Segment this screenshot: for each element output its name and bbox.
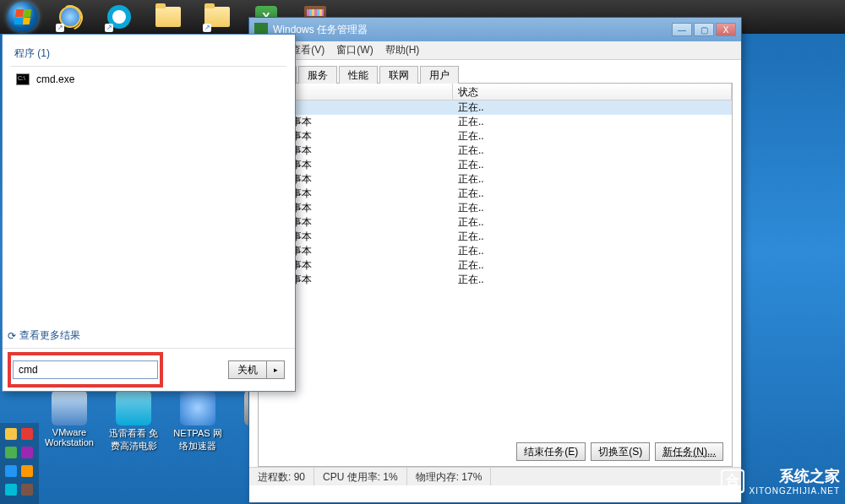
divider [3,348,295,349]
status-bar: 进程数: 90 CPU 使用率: 1% 物理内存: 17% [249,467,741,485]
taskbar-ie[interactable]: ↗ [46,0,95,34]
shutdown-button[interactable]: 关机 [228,360,266,379]
shutdown-options[interactable]: ▸ [266,360,285,379]
result-label: cmd.exe [36,73,74,85]
taskbar-folder[interactable]: ↗ [193,0,242,34]
system-tray[interactable] [0,423,39,504]
menu-help[interactable]: 帮助(H) [385,43,420,57]
new-task-button[interactable]: 新任务(N)... [655,442,723,461]
table-row[interactable]: 题 - 记事本正在.. [259,129,732,144]
status-cpu: CPU 使用率: 1% [314,468,407,485]
programs-header: 程序 (1) [11,41,286,64]
cmd-icon [16,73,30,85]
cell-status: 正在.. [453,144,732,158]
cell-status: 正在.. [453,258,732,273]
table-row[interactable]: 题 - 记事本正在.. [259,244,732,258]
watermark: 合 系统之家 XITONGZHIJIA.NET [721,466,841,496]
minimize-button[interactable]: — [672,23,692,36]
folder-icon [155,7,181,27]
menubar: 项(O) 查看(V) 窗口(W) 帮助(H) [249,41,741,60]
table-row[interactable]: 题 - 记事本正在.. [259,215,732,230]
taskbar-browser[interactable]: ↗ [95,0,144,34]
titlebar[interactable]: Windows 任务管理器 — ▢ X [249,18,741,41]
watermark-icon: 合 [721,469,744,493]
maximize-button[interactable]: ▢ [694,23,714,36]
cell-status: 正在.. [453,187,732,201]
status-memory: 物理内存: 17% [407,468,492,485]
task-list: 状态 25 秒正在..题 - 记事本正在..题 - 记事本正在..题 - 记事本… [258,84,733,467]
task-manager-window: Windows 任务管理器 — ▢ X 项(O) 查看(V) 窗口(W) 帮助(… [248,17,742,503]
start-button[interactable] [0,0,46,34]
table-row[interactable]: 题 - 记事本正在.. [259,158,732,172]
table-row[interactable]: 题 - 记事本正在.. [259,273,732,287]
status-processes: 进程数: 90 [249,468,314,485]
search-input[interactable] [13,360,158,379]
cell-status: 正在.. [453,115,732,129]
tab-performance[interactable]: 性能 [339,66,378,84]
table-row[interactable]: 题 - 记事本正在.. [259,187,732,201]
search-result-cmd[interactable]: cmd.exe [11,70,286,89]
cell-status: 正在.. [453,215,732,230]
cell-status: 正在.. [453,273,732,287]
menu-window[interactable]: 窗口(W) [336,43,373,57]
tab-users[interactable]: 用户 [420,66,459,84]
cell-status: 正在.. [453,158,732,172]
table-row[interactable]: 题 - 记事本正在.. [259,115,732,129]
table-row[interactable]: 题 - 记事本正在.. [259,144,732,158]
table-row[interactable]: 题 - 记事本正在.. [259,201,732,215]
cell-status: 正在.. [453,230,732,244]
desktop-icon-vmware[interactable]: VMware Workstation [44,390,95,453]
col-status[interactable]: 状态 [453,84,732,100]
table-row[interactable]: 题 - 记事本正在.. [259,230,732,244]
cell-status: 正在.. [453,201,732,215]
taskbar-explorer[interactable] [144,0,193,34]
table-row[interactable]: 25 秒正在.. [259,100,732,115]
tab-services[interactable]: 服务 [298,66,337,84]
table-row[interactable]: 题 - 记事本正在.. [259,172,732,187]
menu-view[interactable]: 查看(V) [291,43,324,57]
close-button[interactable]: X [716,23,736,36]
see-more-results[interactable]: ⟳ 查看更多结果 [3,325,295,346]
end-task-button[interactable]: 结束任务(E) [516,442,586,461]
table-row[interactable]: 题 - 记事本正在.. [259,258,732,273]
switch-to-button[interactable]: 切换至(S) [591,442,650,461]
cell-status: 正在.. [453,100,732,115]
divider [11,66,286,67]
cell-status: 正在.. [453,129,732,144]
cell-status: 正在.. [453,172,732,187]
desktop-icon-xunlei[interactable]: 迅雷看看 免 费高清电影 [108,390,159,453]
tab-networking[interactable]: 联网 [379,66,418,84]
tab-strip: 进程 服务 性能 联网 用户 [258,65,733,84]
desktop-icon-netpas[interactable]: NETPAS 网 络加速器 [172,390,223,453]
start-menu: 程序 (1) cmd.exe ⟳ 查看更多结果 关机 ▸ [2,34,296,392]
cell-status: 正在.. [453,244,732,258]
